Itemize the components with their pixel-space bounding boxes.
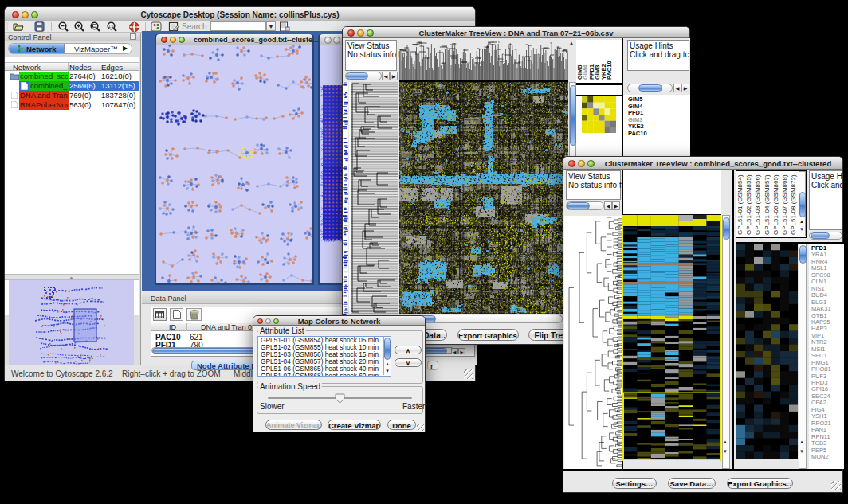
svg-text:1:1: 1:1 bbox=[108, 24, 114, 29]
